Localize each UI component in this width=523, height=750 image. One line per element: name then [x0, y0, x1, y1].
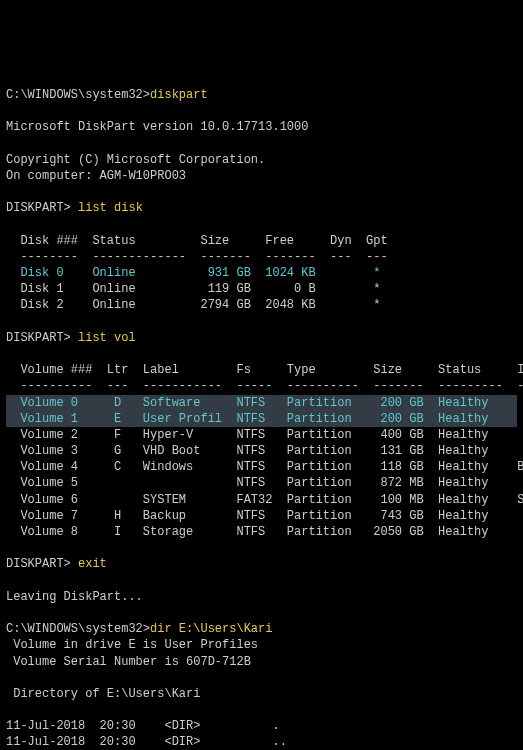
prompt-dp: DISKPART>: [6, 201, 78, 215]
dir-of: Directory of E:\Users\Kari: [6, 687, 200, 701]
leaving: Leaving DiskPart...: [6, 590, 143, 604]
vol-header: Volume ### Ltr Label Fs Type Size Status…: [6, 363, 523, 377]
prompt-dp: DISKPART>: [6, 557, 78, 571]
vol-row: Volume 7 H Backup NTFS Partition 743 GB …: [6, 509, 488, 523]
cmd-exit: exit: [78, 557, 107, 571]
dp-version: Microsoft DiskPart version 10.0.17713.10…: [6, 120, 308, 134]
dir-vol: Volume in drive E is User Profiles: [6, 638, 258, 652]
cmd-dir: dir E:\Users\Kari: [150, 622, 272, 636]
vol-row: Volume 6 SYSTEM FAT32 Partition 100 MB H…: [6, 493, 523, 507]
vol-row: Volume 8 I Storage NTFS Partition 2050 G…: [6, 525, 488, 539]
vol-row: Volume 0 D Software NTFS Partition 200 G…: [6, 395, 517, 411]
vol-row: Volume 4 C Windows NTFS Partition 118 GB…: [6, 460, 523, 474]
disk-row: Disk 1 Online 119 GB 0 B *: [6, 282, 380, 296]
cmd-listdisk: list disk: [78, 201, 143, 215]
disk-header: Disk ### Status Size Free Dyn Gpt: [6, 234, 388, 248]
dir-entry: 11-Jul-2018 20:30 <DIR> .: [6, 719, 280, 733]
vol-row: Volume 1 E User Profil NTFS Partition 20…: [6, 411, 517, 427]
disk-row: Disk 2 Online 2794 GB 2048 KB *: [6, 298, 380, 312]
vol-row: Volume 5 NTFS Partition 872 MB Healthy: [6, 476, 488, 490]
cmd-diskpart: diskpart: [150, 88, 208, 102]
vol-row: Volume 2 F Hyper-V NTFS Partition 400 GB…: [6, 428, 488, 442]
cmd-listvol: list vol: [78, 331, 136, 345]
dp-computer: On computer: AGM-W10PRO03: [6, 169, 186, 183]
vol-sep: ---------- --- ----------- ----- -------…: [6, 379, 523, 393]
vol-row: Volume 3 G VHD Boot NTFS Partition 131 G…: [6, 444, 488, 458]
prompt-sys: C:\WINDOWS\system32>: [6, 88, 150, 102]
prompt-dp: DISKPART>: [6, 331, 78, 345]
dir-serial: Volume Serial Number is 607D-712B: [6, 655, 251, 669]
dir-entry: 11-Jul-2018 20:30 <DIR> ..: [6, 735, 287, 749]
dp-copyright: Copyright (C) Microsoft Corporation.: [6, 153, 265, 167]
prompt-sys: C:\WINDOWS\system32>: [6, 622, 150, 636]
disk-row: Disk 0 Online 931 GB 1024 KB *: [6, 266, 380, 280]
disk-sep: -------- ------------- ------- ------- -…: [6, 250, 388, 264]
terminal-output: C:\WINDOWS\system32>diskpart Microsoft D…: [6, 71, 517, 750]
